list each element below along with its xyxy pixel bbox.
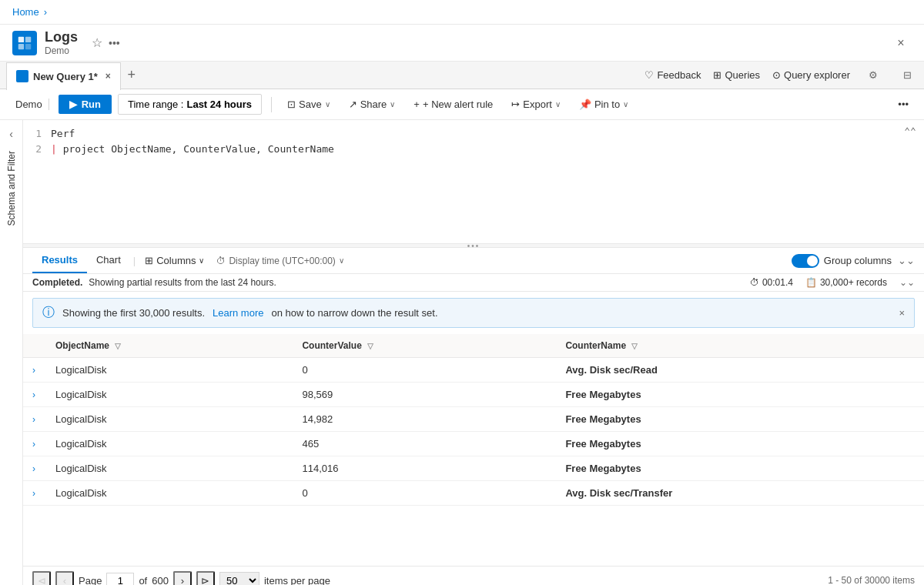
row-expand-3[interactable]: › [23, 432, 46, 456]
chart-tab[interactable]: Chart [87, 248, 130, 273]
pagination: ⊲ ‹ Page of 600 › ⊳ 50 100 200 items per… [23, 566, 924, 585]
records-value: 30,000+ records [820, 277, 887, 288]
pin-to-button[interactable]: 📌 Pin to ∨ [573, 95, 634, 114]
group-columns-toggle: Group columns [792, 254, 892, 268]
display-time-button[interactable]: ⏱ Display time (UTC+00:00) ∨ [210, 251, 350, 271]
table-header-row: ObjectName ▽ CounterValue ▽ CounterName … [23, 334, 924, 358]
of-label: of [139, 575, 147, 586]
row-expand-1[interactable]: › [23, 383, 46, 407]
favorite-icon[interactable]: ☆ [92, 35, 102, 50]
info-text2: on how to narrow down the result set. [271, 307, 437, 319]
more-options-icon[interactable]: ••• [109, 37, 120, 49]
export-button[interactable]: ↦ Export ∨ [505, 95, 567, 114]
results-tabs: Results Chart | ⊞ Columns ∨ ⏱ Display ti… [23, 248, 924, 274]
display-time-caret: ∨ [339, 256, 344, 265]
results-tab[interactable]: Results [32, 248, 87, 273]
schema-panel: ‹ Schema and Filter [0, 120, 23, 585]
cell-objectname-3: LogicalDisk [46, 432, 293, 456]
editor-area: 1 Perf 2 | project ObjectName, CounterVa… [23, 120, 924, 585]
toolbar: Demo ▶ Run Time range : Last 24 hours ⊡ … [0, 89, 924, 120]
tab-right-actions: ♡ Feedback ⊞ Queries ⊙ Query explorer ⚙ … [644, 65, 918, 86]
run-button[interactable]: ▶ Run [59, 95, 112, 114]
title-bar: Logs Demo ☆ ••• × [0, 25, 924, 62]
save-caret: ∨ [325, 100, 330, 109]
add-tab-button[interactable]: + [121, 65, 142, 86]
learn-more-link[interactable]: Learn more [213, 307, 263, 319]
svg-rect-1 [25, 36, 31, 42]
row-expand-2[interactable]: › [23, 407, 46, 432]
more-toolbar-button[interactable]: ••• [892, 95, 915, 114]
save-button[interactable]: ⊡ Save ∨ [281, 95, 336, 114]
share-button[interactable]: ↗ Share ∨ [343, 95, 402, 114]
table-row: › LogicalDisk 114,016 Free Megabytes [23, 456, 924, 481]
next-page-button[interactable]: › [173, 571, 192, 585]
app-subtitle: Demo [45, 45, 78, 56]
layout-icon: ⊟ [903, 69, 912, 81]
queries-icon: ⊞ [713, 69, 721, 81]
editor-collapse-button[interactable]: ⌃⌃ [902, 123, 918, 139]
filter-countername-icon[interactable]: ▽ [631, 342, 638, 350]
main-content: ‹ Schema and Filter 1 Perf 2 | project O… [0, 120, 924, 585]
settings-button[interactable]: ⚙ [862, 65, 884, 86]
breadcrumb-sep: › [44, 6, 47, 18]
row-expand-5[interactable]: › [23, 481, 46, 506]
new-alert-button[interactable]: + + New alert rule [407, 95, 499, 114]
queries-button[interactable]: ⊞ Queries [713, 69, 760, 81]
editor-line-2: 2 | project ObjectName, CounterValue, Co… [23, 142, 924, 157]
title-info: Logs Demo [45, 29, 78, 56]
info-banner-close[interactable]: × [899, 307, 905, 319]
toggle-switch[interactable] [792, 254, 819, 268]
schema-label[interactable]: Schema and Filter [6, 142, 17, 235]
col-objectname: ObjectName ▽ [46, 334, 293, 358]
code-editor[interactable]: 1 Perf 2 | project ObjectName, CounterVa… [23, 120, 924, 243]
time-range-button[interactable]: Time range : Last 24 hours [118, 94, 262, 115]
timer-icon: ⏱ [750, 277, 759, 288]
new-alert-label: + New alert rule [423, 99, 493, 110]
first-page-button[interactable]: ⊲ [32, 571, 51, 585]
active-tab[interactable]: New Query 1* × [6, 62, 121, 90]
prev-page-button[interactable]: ‹ [55, 571, 74, 585]
query-explorer-icon: ⊙ [772, 69, 781, 81]
status-detail: Showing partial results from the last 24… [89, 277, 276, 288]
cell-countervalue-3: 465 [293, 432, 556, 456]
more-toolbar-icon: ••• [898, 99, 909, 110]
save-label: Save [299, 99, 322, 110]
filter-countervalue-icon[interactable]: ▽ [367, 342, 373, 350]
query-explorer-button[interactable]: ⊙ Query explorer [772, 69, 850, 81]
tab-close-button[interactable]: × [105, 71, 111, 82]
group-columns-label: Group columns [824, 255, 892, 266]
columns-button[interactable]: ⊞ Columns ∨ [139, 250, 210, 271]
close-button[interactable]: × [890, 32, 912, 54]
time-range-label: Time range : [128, 99, 184, 110]
row-expand-0[interactable]: › [23, 358, 46, 383]
query-explorer-label: Query explorer [784, 69, 850, 81]
items-per-page-select[interactable]: 50 100 200 [219, 572, 259, 586]
layout-button[interactable]: ⊟ [896, 65, 918, 86]
export-label: Export [523, 99, 552, 110]
cell-countervalue-4: 114,016 [293, 456, 556, 481]
feedback-label: Feedback [657, 69, 701, 81]
page-input[interactable] [106, 573, 134, 586]
tab-icon [16, 70, 28, 82]
collapse-all-button[interactable]: ⌄⌄ [898, 255, 915, 266]
app-icon [12, 31, 37, 55]
last-page-button[interactable]: ⊳ [196, 571, 215, 585]
breadcrumb-home[interactable]: Home [12, 6, 39, 18]
row-expand-4[interactable]: › [23, 456, 46, 481]
columns-icon: ⊞ [145, 255, 153, 266]
line-content-2: | project ObjectName, CounterValue, Coun… [51, 142, 924, 157]
filter-objectname-icon[interactable]: ▽ [115, 342, 121, 350]
table-row: › LogicalDisk 0 Avg. Disk sec/Transfer [23, 481, 924, 506]
workspace-label: Demo [9, 99, 49, 110]
save-icon: ⊡ [287, 99, 296, 110]
editor-line-1: 1 Perf [23, 126, 924, 142]
feedback-button[interactable]: ♡ Feedback [644, 69, 701, 81]
columns-caret: ∨ [199, 256, 204, 265]
cell-objectname-0: LogicalDisk [46, 358, 293, 383]
table-row: › LogicalDisk 0 Avg. Disk sec/Read [23, 358, 924, 383]
page-label: Page [79, 575, 102, 586]
cell-objectname-4: LogicalDisk [46, 456, 293, 481]
schema-toggle[interactable]: ‹ [4, 126, 19, 142]
expand-results-button[interactable]: ⌄⌄ [899, 277, 915, 288]
collapse-all-icon: ⌄⌄ [898, 255, 915, 266]
